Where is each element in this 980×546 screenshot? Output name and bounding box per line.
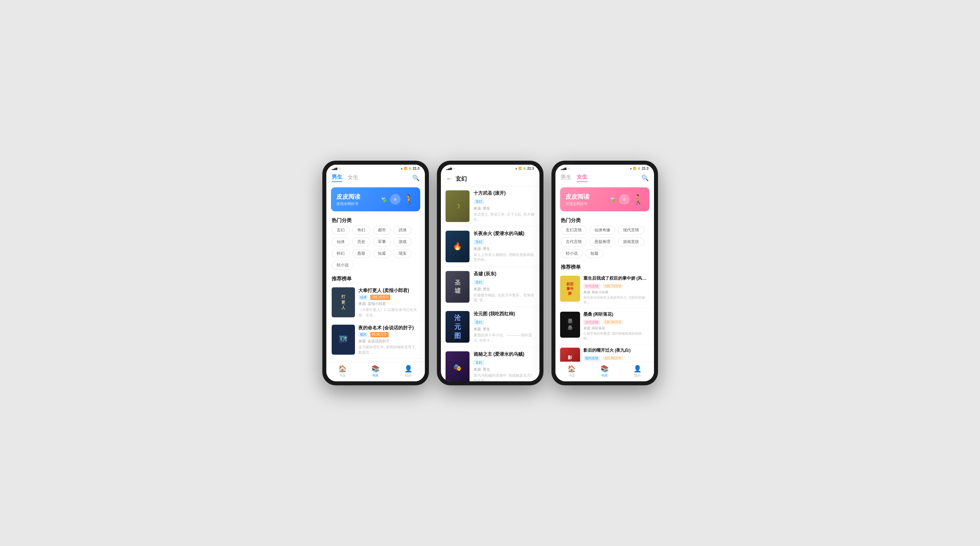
- tag-xianxia[interactable]: 仙侠: [332, 237, 350, 246]
- book-info-2: 夜的命名术 (会说话的肘子) 都市 69.98万字 来源: 会说话的肘子 蓝与紫…: [358, 325, 420, 355]
- signal-icon: 📶: [404, 167, 407, 170]
- book-item-1: 打更人 大奉打更人 (卖报小郎君) 仙侠 356.28万字 来源: 卖报小郎君 …: [326, 284, 425, 321]
- status-signal-2: ▂▄▆ ↑↓: [446, 167, 455, 170]
- scroll-area-3[interactable]: 热门分类 玄幻言情 仙侠奇缘 现代言情 古代言情 悬疑推理 游戏竞技 轻小说 短…: [555, 214, 654, 362]
- banner-title-3: 皮皮阅读: [565, 193, 589, 201]
- genre-list-2[interactable]: ☽ 十方武圣 (滚开) 玄幻 来源: 男生 末日荒土, 世宗三年, 天下大乱, …: [441, 186, 539, 382]
- shelf-icon-1: 🏠: [338, 365, 347, 373]
- tag-xuanhuan[interactable]: 玄幻: [332, 226, 350, 235]
- count-badge-1: 356.28万字: [370, 295, 391, 300]
- genre-cover-2: 🔥: [445, 231, 469, 262]
- tag-kehuan[interactable]: 科幻: [332, 249, 350, 258]
- tag-xuanhuanyanqing[interactable]: 玄幻言情: [561, 226, 587, 235]
- rank-info-1: 重生后我成了权臣的掌中娇 (风吹小白... 古代言情 238.73万字 来源: …: [584, 276, 649, 305]
- tag-xianshi[interactable]: 现实: [394, 249, 412, 258]
- tab-male-1[interactable]: 男生: [332, 174, 342, 182]
- bottom-nav-library-1[interactable]: 📚 书库: [371, 365, 380, 378]
- tag-wuxia[interactable]: 武侠: [394, 226, 412, 235]
- banner-figure-1: 🚶: [403, 194, 415, 205]
- nav-tabs-3: 男生 女生: [561, 174, 587, 182]
- book-desc-2: 蓝与紫的霓红中, 密密的钢铁苍穹下, 数据洪...: [358, 345, 420, 355]
- phone-2-screen: ▂▄▆ ↑↓ ▲ 📶 🔋 21:3 ← 玄幻 ☽ 十方武圣 (滚开) 玄幻 来源…: [441, 164, 539, 382]
- hot-section-title-3: 热门分类: [555, 214, 654, 226]
- genre-source-5: 来源: 男生: [474, 367, 535, 372]
- banner-circle-3: ≡: [619, 194, 630, 205]
- rank-item-1: 权臣掌中娇 重生后我成了权臣的掌中娇 (风吹小白... 古代言情 238.73万…: [555, 272, 654, 308]
- genre-book-title-2: 长夜余火 (爱潜水的乌贼): [474, 231, 535, 237]
- genre-cover-5: 🎭: [445, 351, 469, 382]
- genre-desc-2: 灰土上所有人都相信, 埋葬在危险和饥荒中的...: [474, 252, 535, 263]
- wifi-icon: ▲: [401, 167, 403, 170]
- phone-2: ▂▄▆ ↑↓ ▲ 📶 🔋 21:3 ← 玄幻 ☽ 十方武圣 (滚开) 玄幻 来源…: [437, 161, 543, 385]
- tag-youxi[interactable]: 游戏: [394, 237, 412, 246]
- tag-duanpian[interactable]: 短篇: [373, 249, 391, 258]
- book-info-1: 大奉打更人 (卖报小郎君) 仙侠 356.28万字 来源: 卖报小郎君 《大奉打…: [358, 287, 420, 318]
- status-time-2: 21:3: [527, 167, 534, 170]
- search-icon-1[interactable]: 🔍: [412, 174, 420, 182]
- back-button-2[interactable]: ←: [446, 175, 452, 182]
- banner-text-3: 皮皮阅读 发现全网好书: [565, 193, 589, 206]
- mine-icon-3: 👤: [633, 365, 642, 373]
- tag-youxijingji[interactable]: 游戏竞技: [618, 237, 644, 246]
- tag-junshi[interactable]: 军事: [373, 237, 391, 246]
- scroll-area-1[interactable]: 热门分类 玄幻 奇幻 都市 武侠 仙侠 历史 军事 游戏 科幻 悬疑 短篇 现实…: [326, 214, 425, 362]
- battery-icon: 🔋: [408, 167, 412, 170]
- tag-xuanyituili[interactable]: 悬疑推理: [589, 237, 616, 246]
- bottom-nav-library-3[interactable]: 📚 书库: [600, 365, 609, 378]
- bottom-nav-mine-1[interactable]: 👤 我的: [404, 365, 412, 378]
- phone-3-screen: ▂▄▆ ↑↓ ▲ 📶 🔋 21:3 男生 女生 🔍 皮皮阅读 发现全网好书: [555, 164, 654, 382]
- bottom-nav-shelf-3[interactable]: 🏠 书架: [568, 365, 576, 378]
- tag-lishi[interactable]: 历史: [352, 237, 370, 246]
- bottom-nav-mine-3[interactable]: 👤 我的: [633, 365, 642, 378]
- tag-duanpian3[interactable]: 短篇: [585, 249, 603, 258]
- rank-count-1: 238.73万字: [603, 284, 623, 288]
- tags-grid-1: 玄幻 奇幻 都市 武侠 仙侠 历史 军事 游戏 科幻 悬疑 短篇 现实 轻小说: [326, 226, 425, 272]
- genre-source-3: 来源: 男生: [474, 287, 535, 292]
- genre-info-1: 十方武圣 (滚开) 玄幻 来源: 男生 末日荒土, 世宗三年, 天下大乱, 民不…: [474, 190, 535, 222]
- genre-cover-1: ☽: [445, 190, 469, 222]
- rank-desc-1: 南宅农自幼锦衣玉食娇养长大, 没想到所嫁非...: [584, 295, 649, 305]
- status-signal: ▂▄▆ ↑↓: [332, 167, 341, 170]
- banner-subtitle-3: 发现全网好书: [565, 201, 589, 206]
- rank-source-2: 来源: 闲听落花: [584, 326, 649, 330]
- tag-xiandaiyanqing[interactable]: 现代言情: [618, 226, 644, 235]
- tag-gudaiyanqing[interactable]: 古代言情: [561, 237, 587, 246]
- genre-badge-1: 玄幻: [474, 199, 484, 204]
- bottom-nav-3: 🏠 书架 📚 书库 👤 我的: [555, 362, 654, 382]
- banner-title-1: 皮皮阅读: [336, 193, 360, 201]
- leaf-icon-3: 🍃: [608, 195, 617, 204]
- tag-dushi[interactable]: 都市: [373, 226, 391, 235]
- status-bar-1: ▂▄▆ ↑↓ ▲ 📶 🔋 21:3: [326, 164, 425, 172]
- tag-xianxiaqiyuan[interactable]: 仙侠奇缘: [589, 226, 616, 235]
- book-title-2: 夜的命名术 (会说话的肘子): [358, 325, 420, 330]
- count-badge-2: 69.98万字: [370, 332, 388, 337]
- tag-qingxiaoshuo[interactable]: 轻小说: [332, 261, 354, 270]
- book-meta-1: 仙侠 356.28万字: [358, 295, 420, 300]
- genre-info-4: 沧元图 (我吃西红柿) 玄幻 来源: 男生 番茄的第十本小说。————我叫孟川,…: [474, 311, 535, 343]
- bottom-nav-shelf-1[interactable]: 🏠 书架: [338, 365, 347, 378]
- library-label-1: 书库: [372, 374, 379, 378]
- rank-section-title-1: 推荐榜单: [326, 272, 425, 284]
- book-cover-2: 🌃: [332, 325, 355, 354]
- tab-male-3[interactable]: 男生: [561, 174, 571, 182]
- status-signal-3: ▂▄▆ ↑↓: [561, 167, 570, 170]
- book-title-1: 大奉打更人 (卖报小郎君): [358, 287, 420, 293]
- tag-qingxiaoshuo3[interactable]: 轻小说: [561, 249, 583, 258]
- shelf-label-1: 书架: [339, 374, 346, 378]
- status-time-1: 21:3: [412, 167, 419, 170]
- search-icon-3[interactable]: 🔍: [641, 174, 649, 182]
- genre-desc-5: 蒸汽与机械的浪潮中, 谁能触及非凡? 历史和...: [474, 373, 535, 382]
- rank-genre-1: 古代言情: [584, 284, 600, 289]
- book-desc-1: 《大奉打更人》1-12册实体书已在天猫、京东...: [358, 307, 420, 318]
- genre-info-2: 长夜余火 (爱潜水的乌贼) 玄幻 来源: 男生 灰土上所有人都相信, 埋葬在危险…: [474, 231, 535, 263]
- book-source-1: 来源: 卖报小郎君: [358, 301, 420, 307]
- top-nav-1: 男生 女生 🔍: [326, 172, 425, 185]
- tag-qihuan[interactable]: 奇幻: [352, 226, 370, 235]
- genre-book-title-4: 沧元图 (我吃西红柿): [474, 311, 535, 317]
- tag-xuanyi[interactable]: 悬疑: [352, 249, 370, 258]
- rank-cover-2: 墨桑: [560, 312, 580, 338]
- rank-cover-3: 影后: [560, 348, 580, 362]
- tab-female-3[interactable]: 女生: [577, 174, 587, 182]
- tab-female-1[interactable]: 女生: [348, 174, 358, 182]
- book-item-2: 🌃 夜的命名术 (会说话的肘子) 都市 69.98万字 来源: 会说话的肘子 蓝…: [326, 321, 425, 359]
